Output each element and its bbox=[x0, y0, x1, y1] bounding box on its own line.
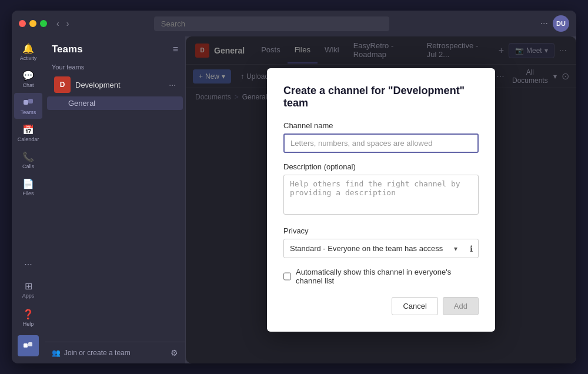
modal-title: Create a channel for "Development" team bbox=[283, 85, 479, 109]
teams-menu-icon[interactable]: ≡ bbox=[173, 44, 178, 55]
privacy-label: Privacy bbox=[283, 226, 479, 235]
main-layout: 🔔 Activity 💬 Chat Teams 📅 Calendar bbox=[12, 36, 576, 363]
files-icon: 📄 bbox=[22, 178, 34, 189]
team-avatar-development: D bbox=[54, 76, 71, 93]
teams-panel: Teams ≡ Your teams D Development ··· Gen… bbox=[45, 36, 186, 363]
svg-rect-2 bbox=[24, 343, 28, 348]
auto-show-row: Automatically show this channel in every… bbox=[283, 268, 479, 285]
channel-item-general[interactable]: General bbox=[47, 96, 183, 110]
channel-name-input[interactable] bbox=[283, 133, 479, 153]
sidebar-icons: 🔔 Activity 💬 Chat Teams 📅 Calendar bbox=[12, 36, 45, 363]
team-item-development[interactable]: D Development ··· bbox=[47, 73, 183, 96]
svg-rect-3 bbox=[28, 342, 32, 346]
team-name-development: Development bbox=[75, 81, 164, 89]
add-button[interactable]: Add bbox=[443, 297, 479, 315]
cancel-button[interactable]: Cancel bbox=[392, 297, 437, 315]
sidebar-item-activity[interactable]: 🔔 Activity bbox=[14, 39, 42, 65]
sidebar-item-more[interactable]: ··· bbox=[14, 255, 42, 274]
sidebar-item-chat[interactable]: 💬 Chat bbox=[14, 66, 42, 92]
help-icon: ❓ bbox=[22, 308, 34, 320]
sidebar-item-apps[interactable]: ⊞ Apps bbox=[14, 276, 42, 302]
close-button[interactable] bbox=[19, 20, 26, 27]
create-channel-modal: Create a channel for "Development" team … bbox=[267, 68, 495, 332]
teams-icon bbox=[22, 96, 34, 108]
sidebar-label-files: Files bbox=[22, 191, 34, 196]
sidebar-label-help: Help bbox=[23, 321, 34, 327]
sidebar-item-calendar[interactable]: 📅 Calendar bbox=[14, 120, 42, 146]
avatar[interactable]: DU bbox=[553, 15, 569, 32]
privacy-info-icon[interactable]: ℹ bbox=[470, 244, 473, 253]
more-icon: ··· bbox=[22, 259, 34, 271]
teams-panel-header: Teams ≡ bbox=[45, 36, 185, 60]
teams-panel-footer: 👥 Join or create a team ⚙ bbox=[45, 342, 185, 363]
svg-rect-0 bbox=[24, 100, 28, 105]
your-teams-label: Your teams bbox=[45, 60, 185, 73]
back-button[interactable]: ‹ bbox=[54, 18, 62, 29]
join-create-icon: 👥 bbox=[52, 349, 61, 357]
privacy-select[interactable]: Standard - Everyone on the team has acce… bbox=[283, 239, 479, 258]
teams-active-indicator bbox=[18, 335, 39, 356]
title-bar-right: ··· DU bbox=[540, 15, 569, 32]
search-bar bbox=[154, 16, 389, 31]
search-input[interactable] bbox=[154, 16, 389, 31]
svg-rect-1 bbox=[28, 99, 33, 103]
sidebar-label-apps: Apps bbox=[22, 293, 35, 299]
description-input[interactable] bbox=[283, 175, 479, 215]
main-content: D General Posts Files Wiki EasyRetro - R… bbox=[186, 36, 576, 363]
sidebar-item-teams[interactable]: Teams bbox=[14, 93, 42, 119]
channel-name-label: Channel name bbox=[283, 121, 479, 130]
auto-show-checkbox[interactable] bbox=[283, 272, 291, 280]
chat-icon: 💬 bbox=[22, 69, 34, 81]
sidebar-label-activity: Activity bbox=[20, 55, 37, 61]
minimize-button[interactable] bbox=[29, 20, 36, 27]
apps-icon: ⊞ bbox=[22, 280, 34, 292]
sidebar-item-calls[interactable]: 📞 Calls bbox=[14, 147, 42, 173]
team-more-icon[interactable]: ··· bbox=[169, 80, 176, 89]
auto-show-label: Automatically show this channel in every… bbox=[296, 268, 479, 285]
app-window: ‹ › ··· DU 🔔 Activity 💬 Chat bbox=[12, 11, 576, 363]
activity-icon: 🔔 bbox=[22, 42, 34, 54]
sidebar-label-calendar: Calendar bbox=[18, 136, 39, 142]
channel-name-general: General bbox=[68, 99, 95, 108]
maximize-button[interactable] bbox=[40, 20, 47, 27]
settings-icon[interactable]: ⚙ bbox=[171, 348, 178, 358]
title-bar: ‹ › ··· DU bbox=[12, 11, 576, 36]
privacy-select-wrapper: Standard - Everyone on the team has acce… bbox=[283, 239, 479, 258]
more-options-icon[interactable]: ··· bbox=[540, 18, 548, 29]
sidebar-label-calls: Calls bbox=[22, 163, 34, 169]
teams-panel-title: Teams bbox=[52, 44, 83, 55]
forward-button[interactable]: › bbox=[64, 18, 72, 29]
sidebar-item-files[interactable]: 📄 Files bbox=[14, 174, 42, 200]
join-create-button[interactable]: 👥 Join or create a team bbox=[52, 349, 131, 357]
traffic-lights bbox=[19, 20, 47, 27]
description-label: Description (optional) bbox=[283, 162, 479, 171]
calls-icon: 📞 bbox=[22, 151, 34, 162]
nav-arrows: ‹ › bbox=[54, 18, 71, 29]
sidebar-item-help[interactable]: ❓ Help bbox=[14, 305, 42, 330]
modal-actions: Cancel Add bbox=[283, 297, 479, 315]
calendar-icon: 📅 bbox=[22, 123, 34, 135]
sidebar-label-teams: Teams bbox=[21, 109, 36, 115]
sidebar-bottom: ··· ⊞ Apps ❓ Help bbox=[14, 255, 42, 363]
join-create-label: Join or create a team bbox=[64, 349, 131, 357]
sidebar-label-chat: Chat bbox=[22, 82, 34, 88]
